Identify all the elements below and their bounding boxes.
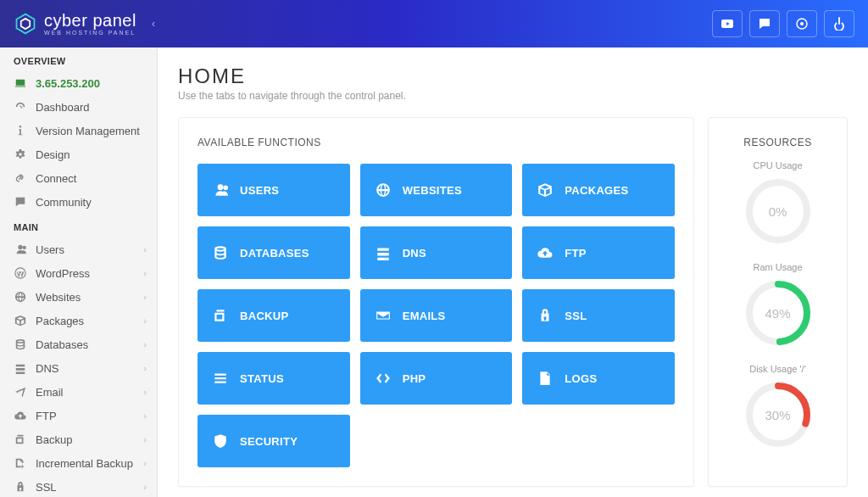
link-icon [14, 171, 27, 185]
function-tile-label: PACKAGES [565, 184, 628, 197]
function-tile-status[interactable]: STATUS [198, 352, 350, 405]
function-tile-emails[interactable]: EMAILS [360, 289, 513, 342]
laptop-icon [14, 76, 27, 90]
topbar-power-button[interactable] [824, 10, 854, 37]
gauge-ring: 49% [744, 279, 812, 347]
chevron-right-icon: › [143, 244, 147, 254]
gauge-value: 0% [744, 177, 812, 245]
function-tile-label: DNS [403, 247, 426, 260]
brand-mark-icon [14, 12, 37, 36]
sidebar-item-label: Version Management [36, 125, 140, 137]
topbar-help-button[interactable] [787, 10, 817, 37]
page-title: HOME [178, 64, 848, 88]
topbar-chat-button[interactable] [749, 10, 780, 37]
gauge-label: CPU Usage [727, 160, 828, 170]
users-icon [213, 182, 228, 198]
function-tile-packages[interactable]: PACKAGES [522, 164, 675, 216]
chevron-right-icon: › [143, 387, 147, 397]
function-tile-label: WEBSITES [403, 184, 462, 197]
sidebar-item-label: Backup [36, 433, 72, 446]
page-subtitle: Use the tabs to navigate through the con… [178, 90, 848, 102]
topbar: cyber panel WEB HOSTING PANEL ‹ [0, 0, 868, 47]
lock-icon [537, 308, 553, 323]
code-icon [376, 371, 391, 386]
gauge-value: 49% [744, 279, 812, 347]
sidebar-item-label: Design [36, 148, 70, 161]
sidebar-item-users[interactable]: Users› [0, 237, 157, 261]
mail-icon [376, 308, 391, 323]
sidebar-item-backup[interactable]: Backup› [0, 427, 157, 451]
resources-title: RESOURCES [727, 137, 828, 148]
function-tile-websites[interactable]: WEBSITES [360, 164, 513, 216]
gauge-ram: Ram Usage49% [727, 262, 828, 347]
sidebar-item-ip[interactable]: 3.65.253.200 [0, 71, 157, 95]
chevron-right-icon: › [143, 434, 147, 444]
function-tile-label: STATUS [240, 372, 284, 385]
brand-name: cyber panel [44, 12, 136, 29]
sidebar-item-label: DNS [36, 362, 58, 375]
database-icon [213, 245, 228, 260]
chat-icon [14, 195, 27, 209]
function-tiles-grid: USERSWEBSITESPACKAGESDATABASESDNSFTPBACK… [198, 164, 675, 467]
gauge-disk: Disk Usage '/'30% [727, 364, 828, 449]
function-tile-label: LOGS [565, 372, 597, 385]
function-tile-dns[interactable]: DNS [360, 226, 513, 279]
topbar-actions [712, 10, 854, 37]
info-icon [14, 124, 27, 137]
sidebar-item-websites[interactable]: Websites› [0, 285, 157, 309]
dns-icon [376, 245, 391, 260]
sidebar-item-design[interactable]: Design [0, 142, 157, 166]
function-tile-label: USERS [240, 184, 279, 197]
brand-tagline: WEB HOSTING PANEL [44, 30, 136, 36]
globe-icon [376, 182, 391, 198]
brand-logo[interactable]: cyber panel WEB HOSTING PANEL [14, 12, 136, 36]
function-tile-backup[interactable]: BACKUP [198, 289, 350, 342]
sidebar-item-packages[interactable]: Packages› [0, 309, 157, 332]
sidebar-item-community[interactable]: Community [0, 190, 157, 214]
function-tile-label: SSL [565, 310, 587, 322]
chevron-right-icon: › [143, 292, 147, 302]
lock-icon [14, 480, 27, 494]
sidebar-item-label: Users [36, 243, 64, 256]
sidebar-item-email[interactable]: Email› [0, 380, 157, 404]
sidebar-item-dashboard[interactable]: Dashboard [0, 95, 157, 119]
sidebar-item-label: Databases [36, 338, 88, 351]
package-icon [14, 314, 27, 327]
chevron-right-icon: › [143, 410, 147, 421]
sidebar-section-title: MAIN [0, 214, 157, 237]
gear-icon [14, 148, 27, 161]
sidebar-item-ssl[interactable]: SSL› [0, 475, 157, 497]
sidebar-item-wordpress[interactable]: WordPress› [0, 261, 157, 285]
function-tile-ftp[interactable]: FTP [522, 226, 675, 279]
chevron-right-icon: › [143, 458, 147, 468]
sidebar-item-label: Incremental Backup [36, 457, 133, 470]
function-tile-users[interactable]: USERS [198, 164, 350, 216]
sidebar-item-label: SSL [36, 481, 57, 494]
dns-icon [14, 361, 27, 375]
chevron-right-icon: › [143, 482, 147, 492]
database-icon [14, 338, 27, 351]
function-tile-databases[interactable]: DATABASES [198, 226, 350, 279]
sidebar-item-label: 3.65.253.200 [36, 77, 100, 90]
file-icon [537, 371, 553, 386]
topbar-youtube-button[interactable] [712, 10, 743, 37]
sidebar-item-connect[interactable]: Connect [0, 166, 157, 190]
cloud-icon [537, 245, 553, 260]
chevron-right-icon: › [143, 268, 147, 278]
function-tile-ssl[interactable]: SSL [522, 289, 675, 342]
gauge-ring: 0% [744, 177, 812, 245]
sidebar-collapse-toggle[interactable]: ‹ [152, 18, 155, 30]
incbackup-icon [14, 456, 27, 470]
sidebar-item-ftp[interactable]: FTP› [0, 404, 157, 427]
function-tile-logs[interactable]: LOGS [522, 352, 675, 405]
sidebar-item-version[interactable]: Version Management [0, 119, 157, 142]
sidebar-item-databases[interactable]: Databases› [0, 332, 157, 356]
sidebar-item-dns[interactable]: DNS› [0, 356, 157, 380]
globe-icon [14, 290, 27, 304]
function-tile-php[interactable]: PHP [360, 352, 513, 405]
function-tile-label: BACKUP [240, 310, 288, 322]
wordpress-icon [14, 266, 27, 280]
sidebar-item-label: Email [36, 386, 64, 399]
sidebar-item-incbackup[interactable]: Incremental Backup› [0, 451, 157, 475]
function-tile-security[interactable]: SECURITY [198, 415, 350, 467]
